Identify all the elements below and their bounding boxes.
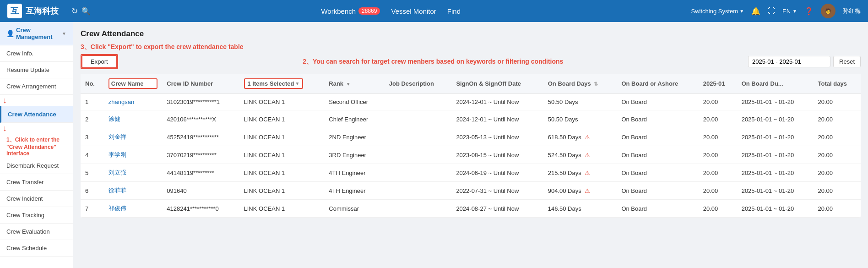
sidebar-item-disembark-request[interactable]: Disembark Request (0, 158, 73, 174)
cell-onboard-dur: 2025-01-01 ~ 01-20 (737, 110, 814, 128)
reset-button[interactable]: Reset (833, 56, 861, 67)
app-logo[interactable]: 互 互海科技 (7, 4, 62, 18)
cell-crew-id: 45252419*********** (162, 128, 239, 146)
cell-crew-id: 37070219********** (162, 146, 239, 164)
table-row: 2 涂健 420106***********X LINK OCEAN 1 Chi… (81, 110, 861, 128)
crew-name-filter-box[interactable]: Crew Name (108, 78, 158, 89)
main-layout: 👤 Crew Management ▼ Crew Info. Resume Up… (0, 22, 868, 268)
cell-vessel: LINK OCEAN 1 (239, 110, 325, 128)
page-title: Crew Attendance (81, 29, 861, 38)
warning-icon[interactable]: ⚠ (585, 152, 590, 159)
onboard-days-sort-icon[interactable]: ⇅ (594, 81, 598, 87)
table-row: 5 刘立强 44148119********* LINK OCEAN 1 4TH… (81, 164, 861, 182)
cell-rank: 4TH Engineer (324, 164, 384, 182)
find-nav[interactable]: Find (447, 7, 461, 15)
export-button[interactable]: Export (81, 55, 117, 68)
workbench-badge: 28869 (358, 7, 380, 15)
search-icon[interactable]: 🔍 (81, 7, 91, 16)
sidebar-item-crew-incident[interactable]: Crew Incident (0, 191, 73, 207)
rank-chevron: ▼ (346, 82, 351, 87)
sidebar-item-resume-update[interactable]: Resume Update (0, 62, 73, 78)
step1-down-arrow: ↓ (3, 124, 7, 133)
cell-rank: Second Officer (324, 94, 384, 110)
cell-onboard-ashore: On Board (617, 94, 698, 110)
cell-sign-dates: 2024-08-27 ~ Until Now (451, 200, 543, 218)
sidebar-header-crew-management[interactable]: 👤 Crew Management ▼ (0, 22, 73, 45)
topnav-center: Workbench 28869 Vessel Monitor Find (96, 7, 686, 15)
col-crew-id: Crew ID Number (162, 74, 239, 94)
sidebar-crew-management-label: Crew Management (16, 27, 62, 40)
cell-crew-name: 涂健 (104, 110, 163, 128)
export-btn-wrap: Export (81, 54, 118, 69)
go-back-icon[interactable]: ↻ (71, 6, 78, 16)
cell-month-val: 20.00 (699, 200, 737, 218)
cell-month-val: 20.00 (699, 128, 737, 146)
cell-vessel: LINK OCEAN 1 (239, 200, 325, 218)
sidebar-item-crew-attendance[interactable]: Crew Attendance (0, 106, 73, 123)
step1-label: 1、Click to enter the "Crew Attendance" i… (0, 135, 73, 158)
fullscreen-icon[interactable]: ⛶ (768, 7, 775, 15)
cell-no: 5 (81, 164, 104, 182)
switch-system-chevron: ▼ (739, 9, 744, 14)
sidebar-item-crew-schedule[interactable]: Crew Schedule (0, 240, 73, 257)
cell-onboard-days: 215.50 Days ⚠ (543, 164, 617, 182)
cell-no: 2 (81, 110, 104, 128)
cell-job-desc (385, 200, 452, 218)
warning-icon[interactable]: ⚠ (585, 170, 590, 176)
notification-icon[interactable]: 🔔 (751, 7, 760, 16)
cell-month-val: 20.00 (699, 164, 737, 182)
col-rank: Rank ▼ (324, 74, 384, 94)
cell-onboard-dur: 2025-01-01 ~ 01-20 (737, 164, 814, 182)
items-selected-dropdown[interactable]: 1 Items Selected ▼ (244, 78, 304, 89)
cell-onboard-dur: 2025-01-01 ~ 01-20 (737, 182, 814, 200)
workbench-nav[interactable]: Workbench 28869 (321, 7, 380, 15)
cell-month-val: 20.00 (699, 146, 737, 164)
cell-crew-name: 徐菲菲 (104, 182, 163, 200)
switch-system-label: Switching System (691, 8, 738, 15)
cell-job-desc (385, 94, 452, 110)
cell-total-days: 20.00 (814, 182, 861, 200)
app-name: 互海科技 (26, 5, 59, 16)
help-icon[interactable]: ❓ (804, 7, 814, 16)
warning-icon[interactable]: ⚠ (585, 187, 590, 194)
cell-month-val: 20.00 (699, 94, 737, 110)
vessel-monitor-nav[interactable]: Vessel Monitor (391, 7, 436, 15)
main-content: Crew Attendance 3、Click "Export" to expo… (73, 22, 868, 268)
col-total-days: Total days (814, 74, 861, 94)
sidebar-item-crew-transfer[interactable]: Crew Transfer (0, 174, 73, 191)
warning-icon[interactable]: ⚠ (585, 134, 590, 141)
cell-sign-dates: 2023-08-15 ~ Until Now (451, 146, 543, 164)
logo-icon: 互 (7, 4, 22, 18)
toolbar: Export 2、You can search for target crew … (81, 54, 861, 69)
logo-text: 互 (11, 5, 19, 16)
cell-onboard-ashore: On Board (617, 128, 698, 146)
cell-total-days: 20.00 (814, 94, 861, 110)
col-sign-dates: SignOn & SignOff Date (451, 74, 543, 94)
switch-system-btn[interactable]: Switching System ▼ (691, 8, 744, 15)
topnav-right: Switching System ▼ 🔔 ⛶ EN ▼ ❓ 🧑 孙红梅 (691, 4, 861, 18)
cell-rank: Commissar (324, 200, 384, 218)
table-row: 3 刘金祥 45252419*********** LINK OCEAN 1 2… (81, 128, 861, 146)
top-navigation: 互 互海科技 ↻ 🔍 Workbench 28869 Vessel Monito… (0, 0, 868, 22)
cell-crew-id: 31023019**********1 (162, 94, 239, 110)
sidebar-item-crew-evaluation[interactable]: Crew Evaluation (0, 224, 73, 240)
date-range-input[interactable] (748, 56, 830, 67)
col-no: No. (81, 74, 104, 94)
sidebar-item-crew-tracking[interactable]: Crew Tracking (0, 207, 73, 224)
cell-crew-name: 祁俊伟 (104, 200, 163, 218)
col-onboard-dur: On Board Du... (737, 74, 814, 94)
language-selector[interactable]: EN ▼ (782, 8, 797, 15)
cell-onboard-days: 904.00 Days ⚠ (543, 182, 617, 200)
avatar[interactable]: 🧑 (821, 4, 835, 18)
cell-sign-dates: 2024-12-01 ~ Until Now (451, 110, 543, 128)
table-row: 7 祁俊伟 4128241***********0 LINK OCEAN 1 C… (81, 200, 861, 218)
workbench-label: Workbench (321, 7, 356, 15)
step1-arrow-area: ↓ (0, 95, 73, 106)
sidebar-item-crew-arrangement[interactable]: Crew Arrangement (0, 78, 73, 95)
lang-chevron: ▼ (792, 9, 797, 14)
col-job-desc: Job Description (385, 74, 452, 94)
cell-total-days: 20.00 (814, 110, 861, 128)
sidebar-item-crew-info[interactable]: Crew Info. (0, 45, 73, 62)
cell-onboard-ashore: On Board (617, 164, 698, 182)
table-row: 4 李学刚 37070219********** LINK OCEAN 1 3R… (81, 146, 861, 164)
